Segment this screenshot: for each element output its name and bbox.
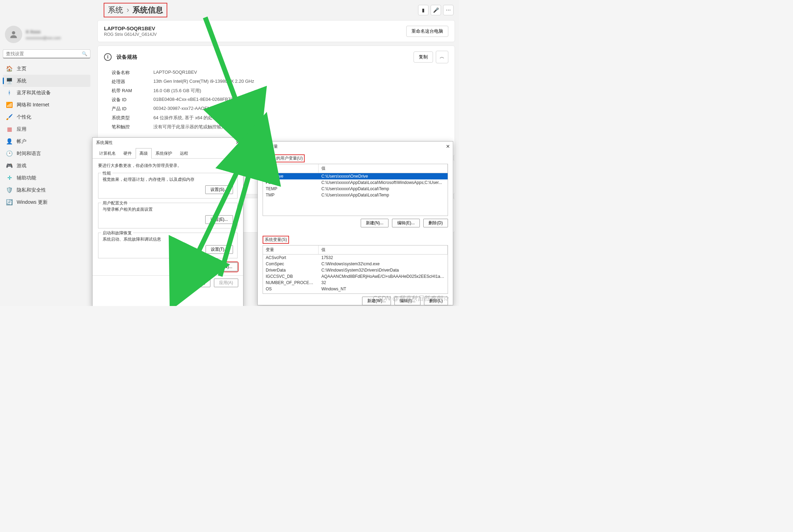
more-icon[interactable]: ⋯ bbox=[443, 5, 454, 15]
privacy-icon: 🛡️ bbox=[6, 187, 13, 193]
spec-val: 64 位操作系统, 基于 x64 的处理器 bbox=[153, 115, 222, 121]
user-edit-button[interactable]: 编辑(E)... bbox=[392, 219, 420, 227]
profile-title: 用户配置文件 bbox=[101, 200, 129, 206]
close-icon[interactable]: ✕ bbox=[235, 140, 240, 146]
profile-settings-button[interactable]: 设置(E)... bbox=[205, 215, 233, 224]
user-name: X Xxxx bbox=[26, 29, 61, 34]
tab-0[interactable]: 计算机名 bbox=[95, 148, 120, 159]
spec-key: 产品 ID bbox=[112, 106, 153, 112]
user-email: xxxxxxxxx@xxx.com bbox=[26, 36, 61, 40]
dlg-title: 系统属性 bbox=[96, 140, 113, 146]
sidebar-item-home[interactable]: 🏠主页 bbox=[3, 63, 90, 75]
tab-3[interactable]: 系统保护 bbox=[152, 148, 176, 159]
profile-desc: 与登录帐户相关的桌面设置 bbox=[103, 207, 233, 212]
search-input-wrap[interactable]: 🔍 bbox=[3, 49, 90, 58]
perf-settings-button[interactable]: 设置(S)... bbox=[205, 185, 233, 194]
env-vars-button[interactable]: 环境变量(N)... bbox=[201, 263, 238, 271]
spec-row: 设备名称LAPTOP-5OQR1BEV bbox=[112, 68, 441, 77]
personal-icon: 🖌️ bbox=[6, 114, 13, 120]
spec-row: 笔和触控没有可用于此显示器的笔或触控输入 bbox=[112, 122, 441, 131]
bc-system[interactable]: 系统 bbox=[108, 5, 123, 15]
spec-key: 处理器 bbox=[112, 79, 153, 85]
accessibility-icon: ✛ bbox=[6, 175, 13, 181]
user-vars-table[interactable]: 变量值 OneDriveC:\Users\xxxxx\OneDrivePathC… bbox=[263, 164, 448, 216]
spec-row: 机带 RAM16.0 GB (15.6 GB 可用) bbox=[112, 86, 441, 95]
sys-vars-table[interactable]: 变量值 ACSvcPort17532ComSpecC:\Windows\syst… bbox=[263, 245, 448, 294]
sidebar-item-label: 主页 bbox=[17, 66, 26, 72]
chevron-up-icon[interactable]: ︿ bbox=[436, 51, 448, 63]
spec-row: 产品 ID00342-30987-xxx72-AAOEM bbox=[112, 104, 441, 113]
sidebar-item-label: 辅助功能 bbox=[17, 175, 36, 181]
spec-val: 没有可用于此显示器的笔或触控输入 bbox=[153, 124, 226, 130]
device-name: LAPTOP-5OQR1BEV bbox=[104, 25, 157, 31]
sidebar-item-gaming[interactable]: 🎮游戏 bbox=[3, 160, 90, 172]
apply-button[interactable]: 应用(A) bbox=[214, 279, 238, 287]
user-vars-label: XXX XXXXXX 的用户变量(U) bbox=[263, 154, 305, 162]
close-icon[interactable]: ✕ bbox=[446, 144, 450, 149]
env-title: 环境变量 bbox=[258, 142, 453, 152]
env-row[interactable]: OneDriveC:\Users\xxxxx\OneDrive bbox=[263, 173, 448, 179]
cancel-button[interactable]: 取消 bbox=[192, 279, 210, 287]
search-input[interactable] bbox=[6, 51, 82, 56]
svg-point-0 bbox=[12, 31, 15, 34]
sys-vars-label: 系统变量(S) bbox=[263, 236, 289, 244]
tab-2[interactable]: 高级 bbox=[136, 148, 152, 159]
system-properties-dialog: 系统属性 ✕ 计算机名硬件高级系统保护远程 要进行大多数更改，你必须作为管理员登… bbox=[92, 137, 243, 306]
sidebar-item-bluetooth[interactable]: ᚼ蓝牙和其他设备 bbox=[3, 87, 90, 99]
startup-title: 启动和故障恢复 bbox=[101, 230, 133, 236]
copy-button[interactable]: 复制 bbox=[414, 51, 433, 63]
perf-desc: 视觉效果，处理器计划，内存使用，以及虚拟内存 bbox=[103, 177, 233, 183]
spec-row: 设备 ID01BE0408-4Cxx-xBE1-8E04-0268FB73B83… bbox=[112, 95, 441, 104]
search-icon: 🔍 bbox=[82, 51, 87, 56]
col-val[interactable]: 值 bbox=[319, 245, 448, 254]
sidebar-item-privacy[interactable]: 🛡️隐私和安全性 bbox=[3, 184, 90, 196]
sidebar-item-label: 系统 bbox=[17, 78, 26, 84]
spec-val: 01BE0408-4Cxx-xBE1-8E04-0268FB73B834 bbox=[153, 97, 243, 103]
spec-val: 00342-30987-xxx72-AAOEM bbox=[153, 106, 211, 112]
spec-row: 处理器13th Gen Intel(R) Core(TM) i9-13980HX… bbox=[112, 77, 441, 86]
col-var[interactable]: 变量 bbox=[263, 245, 319, 254]
startup-desc: 系统启动、系统故障和调试信息 bbox=[103, 236, 233, 242]
rename-pc-button[interactable]: 重命名这台电脑 bbox=[406, 26, 448, 37]
sidebar-item-label: 时间和语言 bbox=[17, 151, 41, 157]
env-row[interactable]: NUMBER_OF_PROCESSORS32 bbox=[263, 280, 448, 286]
tab-1[interactable]: 硬件 bbox=[120, 148, 136, 159]
apps-icon: ▦ bbox=[6, 126, 13, 132]
ok-button[interactable]: 确定 bbox=[169, 279, 188, 287]
sidebar-item-network[interactable]: 📶网络和 Internet bbox=[3, 99, 90, 111]
tab-4[interactable]: 远程 bbox=[176, 148, 192, 159]
sidebar-item-system[interactable]: 🖥️系统 bbox=[3, 75, 90, 87]
spec-key: 设备名称 bbox=[112, 70, 153, 76]
chevron-icon: › bbox=[127, 6, 129, 15]
env-row[interactable]: PathC:\Users\xxxxx\AppData\Local\Microso… bbox=[263, 179, 448, 186]
user-block[interactable]: X Xxxx xxxxxxxxx@xxx.com bbox=[3, 23, 90, 48]
env-row[interactable]: ComSpecC:\Windows\system32\cmd.exe bbox=[263, 261, 448, 267]
sidebar-item-apps[interactable]: ▦应用 bbox=[3, 123, 90, 135]
sidebar-item-label: 蓝牙和其他设备 bbox=[17, 90, 51, 96]
sidebar-item-label: 应用 bbox=[17, 126, 26, 132]
col-var[interactable]: 变量 bbox=[263, 164, 319, 173]
env-row[interactable]: IGCCSVC_DBAQAAANCMnd8BFdERjHoAwE/Cl+sBAA… bbox=[263, 273, 448, 280]
admin-note: 要进行大多数更改，你必须作为管理员登录。 bbox=[98, 163, 238, 169]
user-new-button[interactable]: 新建(N)... bbox=[361, 219, 389, 227]
sidebar-item-update[interactable]: 🔄Windows 更新 bbox=[3, 196, 90, 208]
sidebar-item-accessibility[interactable]: ✛辅助功能 bbox=[3, 172, 90, 184]
env-row[interactable]: DriverDataC:\Windows\System32\Drivers\Dr… bbox=[263, 267, 448, 273]
col-val[interactable]: 值 bbox=[319, 164, 448, 173]
perf-title: 性能 bbox=[101, 170, 112, 176]
spec-val: LAPTOP-5OQR1BEV bbox=[153, 70, 197, 76]
sidebar-item-accounts[interactable]: 👤帐户 bbox=[3, 135, 90, 147]
startup-settings-button[interactable]: 设置(T)... bbox=[206, 245, 233, 254]
mic-icon[interactable]: 🎤 bbox=[431, 5, 441, 15]
home-icon: 🏠 bbox=[6, 65, 13, 72]
env-vars-dialog: 环境变量 ✕ XXX XXXXXX 的用户变量(U) 变量值 OneDriveC… bbox=[257, 141, 453, 305]
env-row[interactable]: TMPC:\Users\xxxxx\AppData\Local\Temp bbox=[263, 192, 448, 198]
sidebar-item-time[interactable]: 🕑时间和语言 bbox=[3, 147, 90, 160]
voice-bar-icon[interactable]: ▮ bbox=[418, 5, 428, 15]
sidebar-item-personal[interactable]: 🖌️个性化 bbox=[3, 111, 90, 123]
env-row[interactable]: TEMPC:\Users\xxxxx\AppData\Local\Temp bbox=[263, 186, 448, 192]
env-row[interactable]: ACSvcPort17532 bbox=[263, 255, 448, 261]
env-row[interactable]: OSWindows_NT bbox=[263, 286, 448, 292]
update-icon: 🔄 bbox=[6, 199, 13, 205]
user-delete-button[interactable]: 删除(D) bbox=[423, 219, 448, 227]
